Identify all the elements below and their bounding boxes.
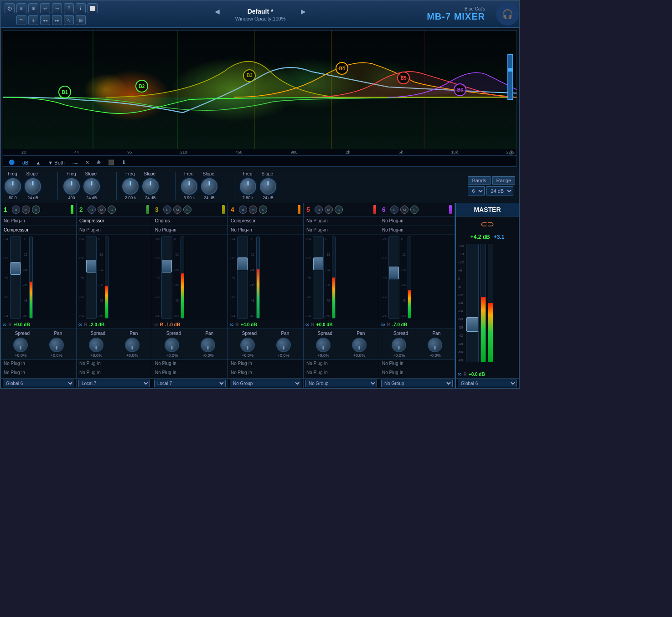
- band4-freq-knob[interactable]: [181, 178, 197, 195]
- band-handle-b5[interactable]: B5: [397, 72, 410, 84]
- right-button[interactable]: ▸▸: [52, 15, 62, 25]
- preset-prev[interactable]: ◀: [212, 7, 222, 16]
- ch6-spread-knob[interactable]: [392, 338, 406, 352]
- ch1-bypass-btn[interactable]: B: [12, 206, 20, 214]
- ch6-plugin2[interactable]: No Plug-in: [379, 226, 455, 235]
- ch6-bypass-btn[interactable]: B: [390, 206, 398, 214]
- ch4-plugin2[interactable]: No Plug-in: [228, 226, 303, 235]
- band-handle-b6[interactable]: B6: [454, 83, 466, 96]
- ch5-solo-btn[interactable]: S: [335, 206, 343, 214]
- ch2-pan-knob[interactable]: [125, 338, 140, 352]
- band-handle-b1[interactable]: B1: [58, 86, 71, 98]
- band4-slope-knob[interactable]: [201, 178, 217, 195]
- ch6-group-selector[interactable]: No Group: [379, 378, 455, 388]
- ch5-bottom-plugin1[interactable]: No Plug-in: [304, 360, 379, 369]
- ch2-fader[interactable]: [86, 237, 97, 319]
- ch6-fader[interactable]: [388, 237, 399, 319]
- ch4-plugin1[interactable]: Compressor: [228, 216, 303, 226]
- ch3-fader-thumb[interactable]: [162, 260, 172, 273]
- ch3-record-btn[interactable]: R: [160, 322, 163, 327]
- ch6-solo-btn[interactable]: S: [410, 206, 419, 214]
- ch4-bottom-plugin1[interactable]: No Plug-in: [228, 360, 303, 369]
- ch6-bottom-plugin2[interactable]: No Plug-in: [379, 369, 455, 378]
- ch2-plugin2[interactable]: No Plug-in: [77, 226, 152, 235]
- master-link-btn[interactable]: ∞: [458, 371, 462, 377]
- ch4-group-dropdown[interactable]: No Group: [230, 380, 301, 387]
- ch2-link-btn[interactable]: ∞: [78, 321, 83, 328]
- ch5-record-btn[interactable]: R: [311, 322, 315, 327]
- info-button[interactable]: ℹ: [76, 3, 86, 13]
- ch3-group-selector[interactable]: Local 7: [152, 378, 227, 388]
- ch6-group-dropdown[interactable]: No Group: [381, 380, 453, 387]
- band-handle-b3[interactable]: B3: [243, 69, 256, 82]
- preset-name[interactable]: Default *: [226, 8, 295, 15]
- ch5-group-dropdown[interactable]: No Group: [305, 380, 377, 387]
- ch4-mute-btn[interactable]: M: [249, 206, 257, 214]
- spectrum-x-btn[interactable]: ✕: [83, 159, 91, 166]
- spectrum-triangle-btn[interactable]: ▲: [34, 159, 42, 166]
- ch6-fader-thumb[interactable]: [389, 267, 399, 279]
- preset-next[interactable]: ▶: [298, 7, 309, 16]
- range-select[interactable]: 24 dB: [486, 186, 513, 195]
- ch4-bypass-btn[interactable]: B: [239, 206, 247, 214]
- ch4-solo-btn[interactable]: S: [259, 206, 267, 214]
- spectrum-db-btn[interactable]: dB: [21, 159, 30, 166]
- ch1-pan-knob[interactable]: [49, 338, 64, 352]
- band1-slope-knob[interactable]: [25, 178, 41, 195]
- band5-slope-knob[interactable]: [260, 178, 276, 195]
- ch1-fader-thumb[interactable]: [10, 262, 21, 275]
- ch2-bottom-plugin1[interactable]: No Plug-in: [77, 360, 152, 369]
- master-fader[interactable]: [466, 244, 479, 362]
- ch3-fader[interactable]: [161, 237, 172, 319]
- ch2-bottom-plugin2[interactable]: No Plug-in: [77, 369, 152, 378]
- ch6-pan-knob[interactable]: [428, 338, 442, 352]
- ch2-bypass-btn[interactable]: B: [88, 206, 96, 214]
- ch4-fader[interactable]: [237, 237, 248, 319]
- ch6-plugin1[interactable]: No Plug-in: [379, 216, 455, 226]
- ch3-link-btn[interactable]: ∞: [154, 321, 158, 328]
- ch5-plugin1[interactable]: No Plug-in: [304, 216, 379, 226]
- ch1-fader[interactable]: [10, 237, 21, 319]
- master-link-left[interactable]: ⊂⊃: [481, 219, 494, 229]
- left-button[interactable]: ◂◂: [40, 15, 50, 25]
- help-button[interactable]: ?: [64, 3, 74, 13]
- menu-button[interactable]: ≡: [16, 3, 26, 13]
- wave-button[interactable]: ∿: [64, 15, 74, 25]
- ch5-group-selector[interactable]: No Group: [304, 378, 379, 388]
- ch2-solo-btn[interactable]: S: [108, 206, 116, 214]
- ch2-record-btn[interactable]: R: [84, 322, 88, 327]
- ch5-pan-knob[interactable]: [352, 338, 367, 352]
- ch1-group-selector[interactable]: Global 6: [1, 378, 76, 388]
- ch5-fader[interactable]: [313, 237, 324, 319]
- ch3-pan-knob[interactable]: [201, 338, 215, 352]
- band-handle-b2[interactable]: B2: [135, 80, 148, 93]
- ch3-bypass-btn[interactable]: B: [163, 206, 171, 214]
- ch1-mute-btn[interactable]: M: [22, 206, 30, 214]
- ch3-group-dropdown[interactable]: Local 7: [154, 380, 226, 387]
- ch5-link-btn[interactable]: ∞: [305, 321, 310, 328]
- ch5-bottom-plugin2[interactable]: No Plug-in: [304, 369, 379, 378]
- ch4-pan-knob[interactable]: [276, 338, 291, 352]
- ch3-solo-btn[interactable]: S: [183, 206, 191, 214]
- ch1-record-btn[interactable]: R: [9, 322, 12, 327]
- ch2-mute-btn[interactable]: M: [98, 206, 106, 214]
- ch2-group-selector[interactable]: Local 7: [77, 378, 152, 388]
- ch2-plugin1[interactable]: Compressor: [77, 216, 152, 226]
- ch5-spread-knob[interactable]: [316, 338, 331, 352]
- band-handle-b4[interactable]: B4: [336, 62, 348, 75]
- spectrum-bars-btn[interactable]: ⬛: [106, 159, 116, 166]
- band5-freq-knob[interactable]: [240, 178, 256, 195]
- band2-slope-knob[interactable]: [83, 178, 100, 195]
- power-button[interactable]: ⏻: [5, 3, 15, 13]
- ch6-record-btn[interactable]: R: [387, 322, 390, 327]
- ch3-bottom-plugin1[interactable]: No Plug-in: [152, 360, 227, 369]
- ch5-mute-btn[interactable]: M: [325, 206, 333, 214]
- ch3-spread-knob[interactable]: [165, 338, 179, 352]
- ch6-bottom-plugin1[interactable]: No Plug-in: [379, 360, 455, 369]
- band2-freq-knob[interactable]: [63, 178, 80, 195]
- ch4-fader-thumb[interactable]: [238, 257, 248, 270]
- ch1-plugin2[interactable]: Compressor: [1, 226, 76, 235]
- spectrum-circle-btn[interactable]: 🔵: [7, 159, 17, 166]
- band1-freq-knob[interactable]: [5, 178, 21, 195]
- ch5-plugin2[interactable]: No Plug-in: [304, 226, 379, 235]
